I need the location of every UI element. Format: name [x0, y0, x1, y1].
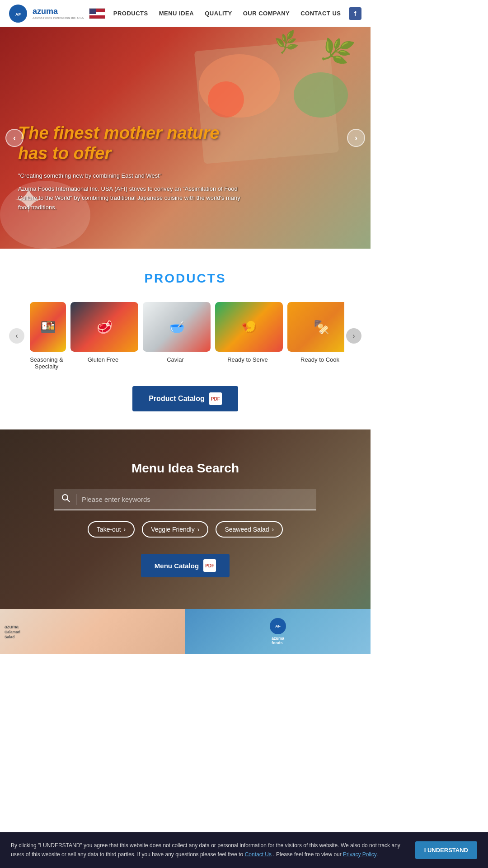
azuma-icon-small: AF [270, 618, 286, 634]
header-left: AF azuma Azuma Foods International Inc. … [9, 5, 105, 23]
menu-search-title: Menu Idea Search [18, 461, 352, 476]
nav-our-company[interactable]: OUR COMPANY [243, 10, 290, 17]
bottom-left-panel[interactable]: azumaCalamariSalad [0, 609, 185, 654]
tag-label: Veggie Friendly [151, 526, 195, 533]
list-item[interactable]: 🍤 Ready to Serve [211, 302, 284, 370]
product-image-wrap: 🥣 [143, 302, 211, 352]
search-input[interactable] [82, 495, 309, 503]
tag-label: Seaweed Salad [225, 526, 269, 533]
product-image-wrap: 🍱 [30, 302, 66, 352]
hero-prev-button[interactable]: ‹ [5, 129, 23, 147]
bottom-left-label: azumaCalamariSalad [5, 624, 20, 639]
product-label: Gluten Free [70, 356, 136, 363]
products-carousel: ‹ 🍱 Seasoning & Specialty 🥩 Gluten Free … [9, 302, 361, 370]
product-label: Ready to Serve [215, 356, 280, 363]
list-item[interactable]: 🥣 Caviar [139, 302, 211, 370]
bottom-left-content: azumaCalamariSalad [0, 609, 185, 654]
product-catalog-button[interactable]: Product Catalog PDF [132, 386, 238, 411]
hero-next-button[interactable]: › [347, 129, 365, 147]
bottom-sections: azumaCalamariSalad AF azumafoods [0, 609, 371, 654]
search-icon [61, 494, 70, 505]
menu-search-section: Menu Idea Search Take-out › Veggie Frien… [0, 429, 371, 609]
search-tags: Take-out › Veggie Friendly › Seaweed Sal… [18, 521, 352, 538]
list-item[interactable]: 🥩 Gluten Free [67, 302, 139, 370]
products-next-button[interactable]: › [346, 328, 361, 344]
menu-pdf-icon: PDF [203, 559, 216, 572]
nav-quality[interactable]: QUALITY [205, 10, 232, 17]
products-prev-button[interactable]: ‹ [9, 328, 24, 344]
products-title: PRODUCTS [9, 271, 361, 286]
pdf-icon: PDF [209, 392, 222, 405]
search-bar [54, 489, 316, 510]
flag-icon [89, 8, 105, 19]
product-image-wrap: 🍤 [215, 302, 283, 352]
tag-arrow: › [272, 526, 274, 533]
catalog-btn-wrap: Product Catalog PDF [9, 386, 361, 411]
product-image-ready-cook: 🍢 [287, 302, 344, 352]
hero-slider: ✦ 🌿 🌿 The finest mother nature has to of… [0, 27, 371, 249]
logo-icon: AF [9, 5, 27, 23]
facebook-icon[interactable]: f [349, 7, 361, 20]
nav-menu-idea[interactable]: MENU IDEA [159, 10, 194, 17]
bottom-right-panel[interactable]: AF azumafoods [185, 609, 371, 654]
products-section: PRODUCTS ‹ 🍱 Seasoning & Specialty 🥩 Glu… [0, 249, 371, 429]
deco-tomato [208, 81, 244, 118]
tag-arrow: › [197, 526, 200, 533]
logo-brand: azuma [33, 7, 84, 16]
product-image-wrap: 🥩 [70, 302, 138, 352]
product-image-caviar: 🥣 [143, 302, 211, 352]
azuma-logo-small: AF azumafoods [270, 618, 286, 645]
menu-catalog-button[interactable]: Menu Catalog PDF [141, 554, 230, 577]
product-label: Caviar [143, 356, 208, 363]
svg-line-3 [67, 500, 70, 502]
main-nav: PRODUCTS MENU IDEA QUALITY OUR COMPANY C… [113, 10, 341, 17]
products-track: 🍱 Seasoning & Specialty 🥩 Gluten Free 🥣 … [26, 302, 344, 370]
product-image-ready-serve: 🍤 [215, 302, 283, 352]
tag-veggie[interactable]: Veggie Friendly › [142, 521, 208, 538]
nav-products[interactable]: PRODUCTS [113, 10, 148, 17]
tag-seaweed[interactable]: Seaweed Salad › [216, 521, 283, 538]
deco-food2 [294, 72, 348, 118]
social-icons: f [349, 7, 361, 20]
nav-contact-us[interactable]: CONTACT US [300, 10, 341, 17]
logo-text: azuma Azuma Foods International Inc. USA [33, 7, 84, 19]
menu-catalog-btn-wrap: Menu Catalog PDF [18, 554, 352, 577]
product-image-gluten: 🥩 [70, 302, 138, 352]
svg-text:AF: AF [15, 12, 21, 17]
tag-takeout[interactable]: Take-out › [88, 521, 135, 538]
logo-tagline: Azuma Foods International Inc. USA [33, 16, 84, 20]
search-divider [76, 494, 76, 505]
header: AF azuma Azuma Foods International Inc. … [0, 0, 371, 27]
menu-search-content: Menu Idea Search Take-out › Veggie Frien… [18, 461, 352, 577]
product-catalog-label: Product Catalog [149, 395, 205, 403]
menu-catalog-label: Menu Catalog [155, 562, 199, 570]
product-label: Ready to Cook [287, 356, 344, 363]
azuma-text-small: azumafoods [272, 636, 284, 645]
hero-subtitle: "Creating something new by combining Eas… [18, 171, 253, 212]
hero-title: The finest mother nature has to offer [18, 123, 253, 164]
tag-label: Take-out [97, 526, 121, 533]
list-item[interactable]: 🍢 Ready to Cook [284, 302, 344, 370]
product-image-wrap: 🍢 [287, 302, 344, 352]
list-item[interactable]: 🍱 Seasoning & Specialty [26, 302, 67, 370]
hero-content: The finest mother nature has to offer "C… [18, 123, 253, 212]
tag-arrow: › [124, 526, 126, 533]
product-image-seasoning: 🍱 [30, 302, 66, 352]
product-label: Seasoning & Specialty [30, 356, 63, 370]
